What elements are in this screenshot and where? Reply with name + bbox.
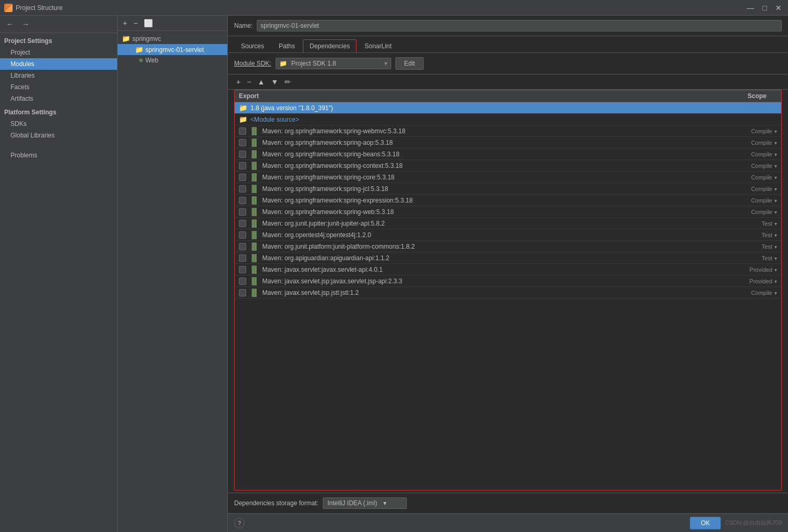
dep-checkbox-14[interactable]	[239, 289, 246, 296]
maximize-button[interactable]: □	[761, 4, 769, 12]
name-label: Name:	[234, 22, 253, 29]
dep-row-0[interactable]: ▐▌ Maven: org.springframework:spring-web…	[235, 125, 781, 137]
help-button[interactable]: ?	[234, 518, 245, 528]
dep-row-5[interactable]: ▐▌ Maven: org.springframework:spring-jcl…	[235, 183, 781, 195]
dep-row-13[interactable]: ▐▌ Maven: javax.servlet.jsp:javax.servle…	[235, 275, 781, 287]
dep-row-6[interactable]: ▐▌ Maven: org.springframework:spring-exp…	[235, 195, 781, 206]
jdk-folder-icon: 📁	[239, 104, 247, 112]
dep-scope-7: Compile▾	[714, 209, 777, 215]
dep-row-12[interactable]: ▐▌ Maven: javax.servlet:javax.servlet-ap…	[235, 264, 781, 275]
dep-checkbox-2[interactable]	[239, 151, 246, 158]
sidebar-item-modules[interactable]: Modules	[0, 58, 117, 70]
tab-dependencies[interactable]: Dependencies	[303, 39, 357, 52]
module-source-row[interactable]: 📁 <Module source>	[235, 114, 781, 125]
dep-checkbox-7[interactable]	[239, 208, 246, 216]
dep-checkbox-8[interactable]	[239, 220, 246, 227]
move-dep-up-button[interactable]: ▲	[255, 77, 267, 87]
sidebar-item-global-libraries-label: Global Libraries	[10, 132, 55, 139]
copy-module-button[interactable]: ⬜	[142, 18, 155, 28]
dep-row-3[interactable]: ▐▌ Maven: org.springframework:spring-con…	[235, 160, 781, 172]
dep-name-14: Maven: javax.servlet.jsp.jstl:jstl:1.2	[262, 289, 714, 296]
tab-sonarlint[interactable]: SonarLint	[358, 39, 398, 52]
tree-item-springmvc[interactable]: 📁 springmvc	[118, 33, 227, 44]
dep-name-5: Maven: org.springframework:spring-jcl:5.…	[262, 185, 714, 193]
dep-row-8[interactable]: ▐▌ Maven: org.junit.jupiter:junit-jupite…	[235, 218, 781, 229]
dep-checkbox-9[interactable]	[239, 231, 246, 239]
dep-name-13: Maven: javax.servlet.jsp:javax.servlet.j…	[262, 278, 714, 285]
dep-row-14[interactable]: ▐▌ Maven: javax.servlet.jsp.jstl:jstl:1.…	[235, 287, 781, 299]
edit-button[interactable]: Edit	[395, 57, 424, 70]
remove-module-button[interactable]: −	[131, 18, 140, 28]
sidebar-item-facets[interactable]: Facets	[0, 81, 117, 93]
sidebar-item-global-libraries[interactable]: Global Libraries	[0, 130, 117, 141]
dep-icon-8: ▐▌	[249, 219, 259, 227]
col-scope-header: Scope	[714, 92, 777, 100]
storage-format-select[interactable]: IntelliJ IDEA (.iml) ▾	[323, 497, 407, 509]
dep-checkbox-5[interactable]	[239, 185, 246, 193]
sdk-folder-icon: 📁	[279, 60, 287, 67]
storage-format-row: Dependencies storage format: IntelliJ ID…	[228, 493, 788, 513]
dep-checkbox-11[interactable]	[239, 254, 246, 262]
add-module-button[interactable]: +	[121, 18, 129, 28]
dep-checkbox-3[interactable]	[239, 162, 246, 169]
sidebar-item-artifacts[interactable]: Artifacts	[0, 93, 117, 104]
minimize-button[interactable]: —	[745, 4, 757, 12]
dep-icon-5: ▐▌	[249, 185, 259, 193]
deps-table: Export Scope 📁 1.8 (java version "1.8.0_…	[234, 90, 782, 491]
sidebar-item-problems[interactable]: Problems	[0, 150, 117, 161]
remove-dep-button[interactable]: −	[245, 77, 253, 87]
sdk-value: Project SDK 1.8	[291, 60, 336, 67]
tree-item-web-label: Web	[145, 57, 158, 64]
sidebar-item-modules-label: Modules	[10, 60, 34, 68]
jdk-row[interactable]: 📁 1.8 (java version "1.8.0_391")	[235, 102, 781, 114]
deps-toolbar: + − ▲ ▼ ✏	[228, 75, 788, 90]
dep-row-10[interactable]: ▐▌ Maven: org.junit.platform:junit-platf…	[235, 241, 781, 252]
edit-dep-button[interactable]: ✏	[282, 77, 293, 87]
dep-row-1[interactable]: ▐▌ Maven: org.springframework:spring-aop…	[235, 137, 781, 148]
tabs-row: Sources Paths Dependencies SonarLint	[228, 36, 788, 53]
sdk-select[interactable]: 📁 Project SDK 1.8 ▾	[276, 58, 391, 69]
dep-checkbox-4[interactable]	[239, 174, 246, 181]
main-content: ← → Project Settings Project Modules Lib…	[0, 16, 788, 532]
close-button[interactable]: ✕	[773, 4, 784, 12]
title-bar-title: Project Structure	[16, 4, 62, 12]
dep-icon-2: ▐▌	[249, 150, 259, 158]
name-input[interactable]	[257, 20, 782, 31]
dep-checkbox-6[interactable]	[239, 197, 246, 204]
app-icon	[4, 4, 13, 12]
dep-row-4[interactable]: ▐▌ Maven: org.springframework:spring-cor…	[235, 172, 781, 183]
web-icon: ✱	[139, 57, 143, 64]
dep-row-9[interactable]: ▐▌ Maven: org.opentest4j:opentest4j:1.2.…	[235, 229, 781, 241]
dep-scope-14: Compile▾	[714, 290, 777, 296]
tree-item-web[interactable]: ✱ Web	[118, 55, 227, 66]
add-dep-button[interactable]: +	[234, 77, 243, 87]
content-area: Name: Sources Paths Dependencies SonarLi…	[228, 16, 788, 532]
dep-checkbox-1[interactable]	[239, 139, 246, 146]
move-dep-down-button[interactable]: ▼	[269, 77, 280, 87]
dep-checkbox-10[interactable]	[239, 243, 246, 250]
tab-sources[interactable]: Sources	[234, 39, 271, 52]
dep-icon-3: ▐▌	[249, 162, 259, 169]
dep-name-3: Maven: org.springframework:spring-contex…	[262, 162, 714, 169]
dep-name-9: Maven: org.opentest4j:opentest4j:1.2.0	[262, 231, 714, 239]
dep-scope-2: Compile▾	[714, 151, 777, 157]
sidebar-item-project[interactable]: Project	[0, 47, 117, 58]
dep-checkbox-12[interactable]	[239, 266, 246, 273]
tab-paths[interactable]: Paths	[272, 39, 302, 52]
tree-item-springmvc-label: springmvc	[132, 35, 161, 42]
sidebar-item-sdks[interactable]: SDKs	[0, 118, 117, 130]
ok-button[interactable]: OK	[690, 517, 721, 529]
dep-row-2[interactable]: ▐▌ Maven: org.springframework:spring-bea…	[235, 148, 781, 160]
dep-name-10: Maven: org.junit.platform:junit-platform…	[262, 243, 714, 250]
dep-scope-6: Compile▾	[714, 197, 777, 204]
nav-forward-button[interactable]: →	[20, 19, 31, 29]
dep-scope-12: Provided▾	[714, 267, 777, 273]
nav-back-button[interactable]: ←	[4, 19, 16, 29]
tree-item-springmvc-01-servlet[interactable]: ▾ 📁 springmvc-01-servlet	[118, 44, 227, 55]
dep-row-7[interactable]: ▐▌ Maven: org.springframework:spring-web…	[235, 206, 781, 218]
sidebar-item-libraries[interactable]: Libraries	[0, 70, 117, 81]
dep-checkbox-0[interactable]	[239, 127, 246, 135]
col-export-header: Export	[239, 92, 714, 100]
dep-checkbox-13[interactable]	[239, 278, 246, 285]
dep-row-11[interactable]: ▐▌ Maven: org.apiguardian:apiguardian-ap…	[235, 252, 781, 264]
